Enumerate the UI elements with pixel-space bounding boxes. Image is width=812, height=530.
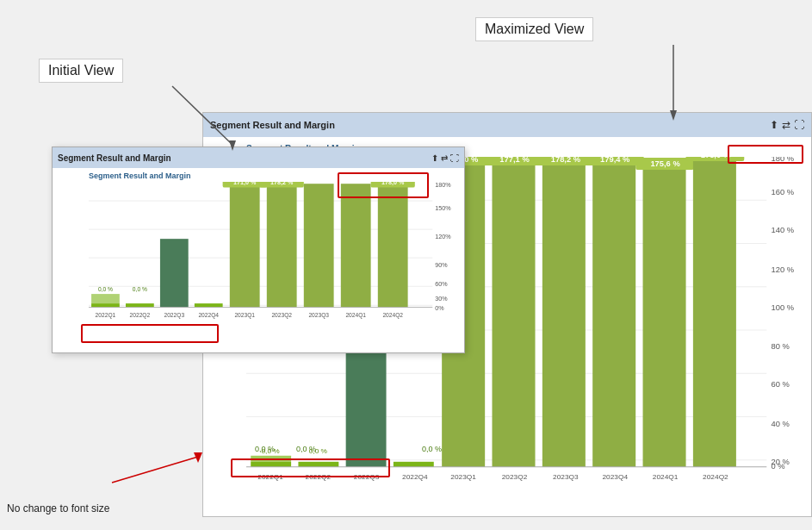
svg-rect-90 [195,303,223,307]
maximized-view-label: Maximized View [475,17,593,41]
svg-text:0%: 0% [435,304,444,312]
svg-rect-99 [378,184,408,307]
initial-chart: Segment Result and Margin ⬆ ⇄ ⛶ Segment … [52,147,465,353]
svg-text:2022Q3: 2022Q3 [164,311,184,318]
initial-chart-svg: 21M 18M 15M 12M 0M 180% 150% 120% 90% 60… [89,182,459,334]
svg-text:2022Q1: 2022Q1 [257,473,283,481]
svg-rect-31 [251,462,291,467]
svg-text:2023Q3: 2023Q3 [308,311,329,318]
export-icon[interactable]: ⬆ [770,119,778,131]
svg-text:140 %: 140 % [772,227,795,235]
svg-text:2022Q4: 2022Q4 [402,473,428,481]
svg-rect-41 [492,161,535,467]
svg-rect-89 [160,239,189,307]
svg-marker-5 [194,452,202,463]
svg-text:150%: 150% [435,204,451,212]
svg-text:177,1 %: 177,1 % [499,157,529,164]
svg-text:2022Q2: 2022Q2 [130,311,151,318]
svg-text:0,0 %: 0,0 % [309,447,327,455]
initial-chart-subtitle: Segment Result and Margin [89,171,459,180]
svg-text:179,4 %: 179,4 % [600,157,629,164]
svg-rect-34 [298,462,338,467]
svg-text:178,2 %: 178,2 % [270,182,294,186]
svg-text:0 %: 0 % [772,462,785,471]
svg-text:2023Q2: 2023Q2 [502,473,528,481]
svg-text:0,0 %: 0,0 % [133,286,147,292]
svg-rect-87 [126,303,154,307]
svg-rect-85 [91,294,120,303]
svg-text:2022Q4: 2022Q4 [198,311,219,318]
svg-rect-98 [341,184,371,307]
svg-text:175,6 %: 175,6 % [650,159,679,168]
mini-export-icon[interactable]: ⬆ [431,153,438,163]
svg-text:80 %: 80 % [772,342,790,351]
svg-text:2023Q2: 2023Q2 [271,311,292,318]
svg-rect-47 [592,161,635,467]
svg-text:171,0 %: 171,0 % [233,182,257,186]
svg-text:120%: 120% [435,233,451,240]
svg-text:2024Q1: 2024Q1 [653,473,679,481]
svg-rect-36 [346,339,387,467]
mini-maximize-icon[interactable]: ⛶ [450,153,459,163]
chart-header: Segment Result and Margin ⬆ ⇄ ⛶ [203,113,811,137]
svg-rect-53 [693,157,736,467]
svg-text:30%: 30% [435,295,448,302]
svg-text:2024Q2: 2024Q2 [703,473,728,481]
svg-text:2022Q2: 2022Q2 [306,473,332,481]
swap-icon[interactable]: ⇄ [782,119,790,131]
svg-rect-44 [542,161,586,467]
svg-text:180%: 180% [435,182,451,189]
svg-text:2023Q3: 2023Q3 [553,473,579,481]
svg-text:180 %: 180 % [772,157,795,163]
no-change-note: No change to font size [7,502,109,514]
svg-text:178,2 %: 178,2 % [551,157,580,164]
maximize-icon[interactable]: ⛶ [794,119,804,131]
initial-chart-header-title: Segment Result and Margin [58,153,171,163]
svg-rect-91 [230,184,260,307]
svg-text:2024Q1: 2024Q1 [345,311,366,318]
svg-text:0,0 %: 0,0 % [261,447,279,455]
svg-text:0,0 %: 0,0 % [98,286,113,292]
mini-swap-icon[interactable]: ⇄ [441,153,448,163]
svg-text:2023Q1: 2023Q1 [450,473,476,481]
initial-chart-content: Segment Result and Margin 21M 18M 15M 12… [53,168,464,352]
svg-rect-37 [394,462,434,467]
chart-header-icons: ⬆ ⇄ ⛶ [770,119,804,131]
svg-line-4 [112,457,198,483]
svg-text:2023Q4: 2023Q4 [602,473,628,481]
svg-text:100 %: 100 % [772,303,795,312]
svg-rect-32 [251,456,291,462]
svg-text:160 %: 160 % [772,188,795,196]
svg-rect-97 [304,184,334,307]
initial-view-label: Initial View [39,59,123,83]
svg-text:2023Q1: 2023Q1 [234,311,255,318]
svg-text:60%: 60% [435,280,448,288]
svg-rect-84 [91,303,120,307]
chart-header-title: Segment Result and Margin [210,120,335,130]
svg-text:2024Q2: 2024Q2 [382,311,403,318]
svg-text:2022Q1: 2022Q1 [96,311,116,318]
svg-text:40 %: 40 % [772,420,790,428]
svg-text:178,0 %: 178,0 % [701,157,730,159]
svg-rect-50 [643,165,686,467]
svg-rect-94 [267,184,297,307]
svg-text:60 %: 60 % [772,381,790,390]
svg-text:120 %: 120 % [772,265,795,274]
svg-text:2022Q3: 2022Q3 [354,473,380,481]
svg-text:178,0 %: 178,0 % [381,182,405,186]
initial-chart-header: Segment Result and Margin ⬆ ⇄ ⛶ [53,147,464,168]
svg-text:90%: 90% [435,261,448,269]
